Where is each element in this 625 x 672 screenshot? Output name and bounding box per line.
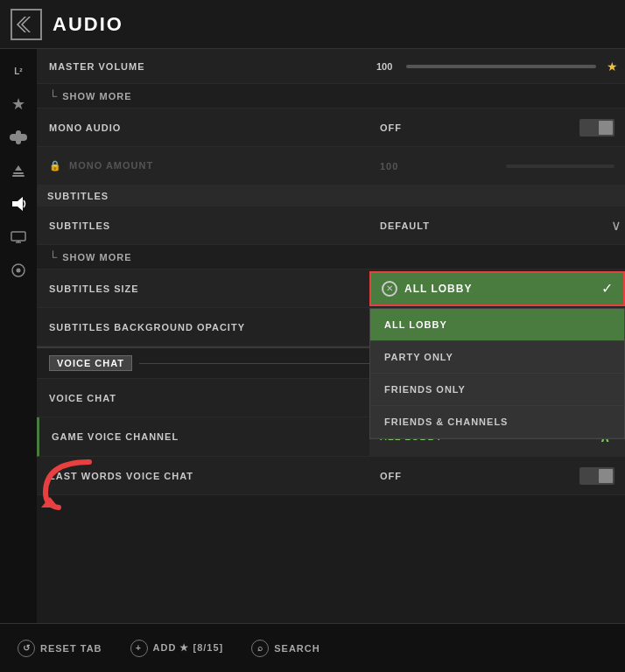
- subtitles-size-row: SUBTITLES SIZE ✕ ALL LOBBY ✓ ALL LOBBY P…: [37, 270, 625, 308]
- dropdown-option-all-lobby[interactable]: ALL LOBBY: [370, 309, 624, 341]
- sidebar-item-audio[interactable]: [4, 189, 33, 219]
- svg-rect-4: [13, 172, 24, 174]
- last-words-row: LAST WORDS VOICE CHAT OFF: [37, 457, 625, 495]
- subtitles-row: SUBTITLES DEFAULT ∨: [37, 206, 625, 245]
- search-label: SEARCH: [274, 643, 320, 654]
- close-icon: ✕: [382, 281, 397, 297]
- subtitles-chevron-down-icon[interactable]: ∨: [611, 217, 621, 234]
- indent-icon-2: └: [49, 250, 57, 263]
- mono-amount-row: 🔒 MONO AMOUNT 100: [37, 147, 625, 186]
- show-more-subtitles[interactable]: └ SHOW MORE: [37, 245, 625, 270]
- voice-chat-label: VOICE CHAT: [37, 393, 369, 403]
- svg-rect-7: [11, 232, 25, 241]
- last-words-toggle[interactable]: [579, 467, 614, 485]
- mono-amount-slider: [506, 164, 614, 168]
- search-button[interactable]: ⌕ SEARCH: [251, 640, 320, 657]
- header-icon: [11, 9, 42, 40]
- svg-rect-5: [12, 175, 25, 177]
- game-voice-channel-label: GAME VOICE CHANNEL: [39, 431, 369, 442]
- mono-audio-toggle[interactable]: [579, 119, 614, 136]
- dropdown-option-friends-only[interactable]: FRIENDS ONLY: [370, 374, 624, 406]
- sidebar-item-gamepad[interactable]: [4, 122, 33, 152]
- voice-chat-badge: VOICE CHAT: [49, 355, 132, 371]
- show-more-subtitles-label: SHOW MORE: [62, 252, 131, 262]
- subtitles-size-dropdown[interactable]: ✕ ALL LOBBY ✓: [369, 271, 625, 306]
- add-icon: +: [130, 640, 148, 657]
- master-volume-label: MASTER VOLUME: [37, 61, 369, 72]
- mono-audio-row: MONO AUDIO OFF: [37, 108, 625, 147]
- dropdown-options-panel: ALL LOBBY PARTY ONLY FRIENDS ONLY FRIEND…: [369, 308, 625, 439]
- svg-rect-3: [16, 130, 21, 144]
- bottom-bar: ↺ RESET TAB + ADD ★ [8/15] ⌕ SEARCH: [0, 623, 625, 672]
- reset-tab-button[interactable]: ↺ RESET TAB: [18, 640, 102, 657]
- arrow-indicator: [37, 444, 98, 518]
- main-content: MASTER VOLUME 100 ★ └ SHOW MORE MONO AUD…: [37, 49, 625, 623]
- page-title: AUDIO: [53, 13, 123, 36]
- mono-audio-label: MONO AUDIO: [37, 122, 369, 133]
- last-words-value: OFF: [369, 471, 579, 481]
- dropdown-selected-label: ALL LOBBY: [404, 283, 601, 295]
- sidebar-item-network[interactable]: [4, 256, 33, 285]
- lock-icon: 🔒: [49, 160, 62, 171]
- sidebar: L² ★: [0, 49, 37, 623]
- add-label: ADD ★ [8/15]: [153, 642, 224, 654]
- sidebar-item-pencil[interactable]: [4, 156, 33, 186]
- add-favorite-button[interactable]: + ADD ★ [8/15]: [130, 640, 224, 657]
- mono-audio-value: OFF: [369, 122, 579, 133]
- dropdown-option-party-only[interactable]: PARTY ONLY: [370, 341, 624, 374]
- checkmark-icon: ✓: [601, 280, 613, 297]
- indent-icon: └: [49, 89, 57, 102]
- svg-marker-6: [12, 197, 23, 211]
- sidebar-item-level[interactable]: L²: [4, 56, 33, 86]
- subtitles-value: DEFAULT: [369, 220, 611, 231]
- subtitles-section-header: SUBTITLES: [37, 186, 625, 206]
- sidebar-item-display[interactable]: [4, 222, 33, 252]
- dropdown-option-friends-channels[interactable]: FRIENDS & CHANNELS: [370, 406, 624, 438]
- reset-icon: ↺: [18, 640, 35, 657]
- settings-area: MASTER VOLUME 100 ★ └ SHOW MORE MONO AUD…: [37, 49, 625, 495]
- search-icon: ⌕: [251, 640, 269, 657]
- master-volume-row: MASTER VOLUME 100 ★: [37, 49, 625, 84]
- mono-amount-label: 🔒 MONO AMOUNT: [37, 160, 369, 172]
- master-volume-slider[interactable]: [406, 65, 596, 68]
- subtitles-size-label: SUBTITLES SIZE: [37, 284, 369, 294]
- master-volume-value: 100: [369, 61, 399, 72]
- mono-amount-value: 100: [369, 161, 499, 172]
- reset-tab-label: RESET TAB: [40, 643, 102, 654]
- show-more-label: SHOW MORE: [62, 91, 131, 102]
- sidebar-item-favorites[interactable]: ★: [4, 89, 33, 119]
- header: AUDIO: [0, 0, 625, 49]
- show-more-master[interactable]: └ SHOW MORE: [37, 84, 625, 108]
- svg-point-11: [17, 269, 21, 273]
- subtitles-background-label: SUBTITLES BACKGROUND OPACITY: [37, 322, 369, 332]
- subtitles-label: SUBTITLES: [37, 220, 369, 231]
